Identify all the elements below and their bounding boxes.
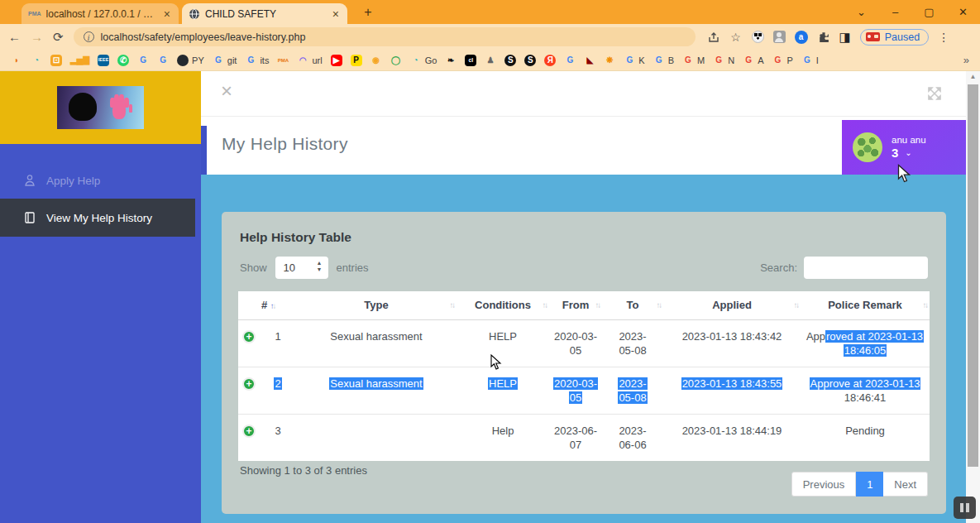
sidebar-item-view-help-history[interactable]: View My Help History (0, 199, 195, 237)
bookmark-person[interactable]: ♟ (480, 55, 500, 66)
child-safety-logo[interactable] (57, 86, 144, 129)
next-page-button[interactable]: Next (883, 472, 928, 497)
bookmark-bird[interactable]: ❧ (441, 55, 461, 66)
bookmark-whatsapp[interactable]: ✆ (113, 55, 133, 66)
user-name: anu anu (892, 135, 926, 145)
bookmark-google-p[interactable]: GP (767, 55, 796, 66)
minimize-button[interactable]: – (878, 0, 912, 24)
bookmarks-overflow-icon[interactable]: » (959, 54, 973, 66)
bookmark-green-ring-icon: ◯ (390, 55, 402, 66)
column-header-police-remark[interactable]: Police Remark↑↓ (801, 291, 930, 319)
column-header-applied[interactable]: Applied↑↓ (663, 291, 801, 319)
previous-page-button[interactable]: Previous (791, 472, 857, 497)
bookmark-s-circle-1[interactable]: S (500, 55, 520, 66)
bookmark-url[interactable]: ◠url (293, 55, 326, 66)
bookmark-p-yellow[interactable]: P (347, 55, 366, 66)
address-bar[interactable]: i localhost/safety/employees/leave-histo… (74, 27, 696, 46)
bookmark-eye[interactable]: ❋ (600, 55, 619, 66)
tab-search-chevron-icon[interactable]: ⌄ (844, 0, 878, 24)
forward-button[interactable]: → (31, 30, 43, 44)
expand-row-button[interactable]: + (242, 425, 256, 438)
tab-title: localhost / 127.0.0.1 / safety / tbl (46, 8, 157, 20)
site-info-icon[interactable]: i (84, 31, 94, 42)
close-window-button[interactable]: ✕ (946, 0, 980, 24)
recorder-paused-button[interactable]: Paused (860, 29, 929, 46)
maximize-button[interactable]: ▢ (912, 0, 946, 24)
bookmark-google-git[interactable]: Ggit (208, 55, 241, 66)
bookmark-analytics[interactable]: ▂▅▇ (66, 55, 93, 66)
bookmark-google-i[interactable]: GI (797, 55, 823, 66)
person-icon (23, 174, 36, 187)
bookmark-pinwheel[interactable]: ◗ (7, 55, 26, 66)
bookmark-google-n[interactable]: GN (709, 55, 739, 66)
entries-label: entries (337, 262, 369, 274)
recorder-pause-button[interactable] (954, 497, 976, 519)
bookmark-google-m[interactable]: GM (678, 55, 709, 66)
bookmark-ieee-icon: IEEE (98, 55, 109, 66)
column-header-num[interactable]: # ↑↓ (260, 291, 296, 319)
bookmark-google-k[interactable]: GK (619, 55, 648, 66)
bookmark-yandex[interactable]: Я (540, 55, 560, 66)
bookmark-orange-app[interactable]: ⊡ (46, 55, 66, 66)
share-icon[interactable] (707, 31, 720, 44)
user-dropdown[interactable]: anu anu 3 ⌄ (842, 120, 966, 175)
cell-num: 2 (260, 367, 296, 414)
tab-child-safety[interactable]: CHILD SAFETY × (182, 3, 347, 24)
vertical-scrollbar[interactable]: ▲ (966, 71, 980, 523)
extensions-puzzle-icon[interactable] (817, 31, 830, 44)
bookmark-google-a[interactable]: GA (739, 55, 767, 66)
bookmark-cl-icon: cl (465, 55, 476, 66)
bookmark-swirl[interactable]: ◔ (26, 55, 46, 66)
bookmark-green-ring[interactable]: ◯ (386, 55, 406, 66)
bookmark-s-circle-2[interactable]: S (520, 55, 540, 66)
expand-row-button[interactable]: + (242, 377, 256, 391)
recorder-icon (866, 32, 880, 41)
close-panel-icon[interactable]: × (221, 79, 232, 103)
fullscreen-expand-icon[interactable] (926, 85, 943, 102)
bookmark-github-py[interactable]: PY (173, 55, 208, 66)
bookmark-google-its[interactable]: Gits (241, 55, 273, 66)
bookmark-youtube[interactable]: ▶ (327, 55, 347, 66)
scroll-up-icon[interactable]: ▲ (966, 73, 980, 80)
scrollbar-thumb[interactable] (968, 84, 978, 467)
paused-label: Paused (885, 31, 920, 43)
reload-button[interactable]: ⟳ (53, 30, 64, 45)
bookmark-star-icon[interactable]: ☆ (729, 31, 743, 44)
new-tab-button[interactable]: + (359, 3, 377, 22)
cell-conditions: Help (457, 414, 549, 461)
column-header-to[interactable]: To↑↓ (602, 291, 663, 319)
bookmark-dark-arrow[interactable]: ◣ (580, 55, 600, 66)
browser-window: PMA localhost / 127.0.0.1 / safety / tbl… (0, 0, 980, 523)
selected-text: Approve at 2023-01-13 (810, 377, 921, 390)
back-button[interactable]: ← (8, 30, 21, 44)
search-input[interactable] (804, 257, 928, 279)
column-header-from[interactable]: From↑↓ (549, 291, 602, 319)
tab-phpmyadmin[interactable]: PMA localhost / 127.0.0.1 / safety / tbl… (22, 3, 179, 24)
person-extension-icon[interactable] (773, 31, 786, 43)
column-header-conditions[interactable]: Conditions↑↓ (457, 291, 549, 319)
bookmark-google-3[interactable]: G (560, 55, 580, 66)
bookmark-camera[interactable]: ◉ (366, 55, 386, 66)
sidebar-item-apply-help[interactable]: Apply Help (0, 164, 201, 197)
bookmark-cl[interactable]: cl (461, 55, 480, 66)
tab-close-icon[interactable]: × (331, 7, 341, 21)
bookmark-ieee[interactable]: IEEE (93, 55, 113, 66)
bookmark-google-1[interactable]: G (133, 55, 153, 66)
a-extension-icon[interactable]: a (795, 31, 808, 44)
pagination: Previous 1 Next (791, 472, 928, 497)
page-1-button[interactable]: 1 (856, 472, 883, 497)
bookmark-go[interactable]: ◔Go (406, 55, 442, 66)
browser-menu-icon[interactable]: ⋮ (938, 31, 949, 44)
column-header-type[interactable]: Type↑↓ (296, 291, 457, 319)
panda-extension-icon[interactable] (752, 31, 764, 43)
bookmark-google-2-icon: G (157, 55, 169, 66)
tab-close-icon[interactable]: × (162, 7, 172, 21)
page-body: Apply Help View My Help History × (0, 71, 980, 523)
toolbar-icons: ☆ a ◨ Paused ⋮ (707, 29, 950, 46)
bookmark-google-2[interactable]: G (153, 55, 173, 66)
bookmark-pma[interactable]: PMA (273, 55, 293, 66)
profile-avatar-icon[interactable]: ◨ (839, 30, 851, 45)
page-length-select[interactable]: 10 (275, 257, 328, 279)
expand-row-button[interactable]: + (242, 330, 256, 343)
bookmark-google-b[interactable]: GB (649, 55, 678, 66)
